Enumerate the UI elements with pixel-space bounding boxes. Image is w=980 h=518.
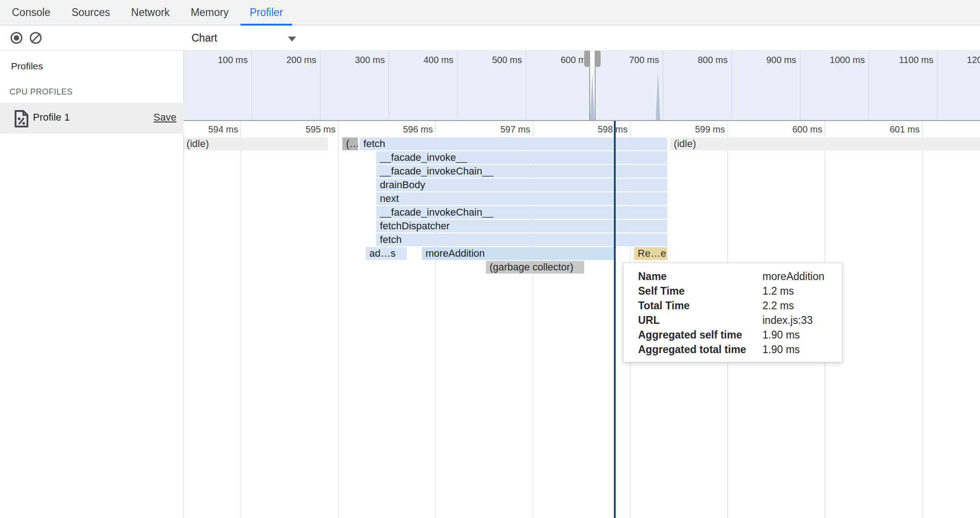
flame-tick-label: 594 ms <box>184 124 238 135</box>
record-icon <box>11 32 22 44</box>
tab-label: Memory <box>191 0 229 25</box>
overview-timeline[interactable]: 100 ms200 ms300 ms400 ms500 ms600 ms700 … <box>184 51 980 121</box>
overview-tick-label: 1200 ms <box>933 55 980 65</box>
overview-tick-label: 700 ms <box>591 55 659 65</box>
frame-label: fetch <box>363 137 667 150</box>
tooltip-row: URLindex.js:33 <box>623 313 842 328</box>
tab-sources[interactable]: Sources <box>62 0 119 25</box>
tab-label: Sources <box>71 0 110 25</box>
tab-label: Network <box>131 0 170 25</box>
flame-gridline <box>338 121 339 518</box>
tooltip-value: index.js:33 <box>762 313 813 328</box>
overview-tick-label: 1100 ms <box>865 55 933 65</box>
view-mode-label: Chart <box>192 32 217 44</box>
frame-label: moreAddition <box>426 247 615 260</box>
toolbar: Chart <box>0 26 980 51</box>
flame-frame[interactable]: (… <box>342 137 358 150</box>
tab-label: Profiler <box>250 0 283 25</box>
flame-gridline <box>240 121 241 518</box>
flame-tick-label: 597 ms <box>457 124 530 135</box>
tab-label: Console <box>12 0 50 25</box>
save-link[interactable]: Save <box>154 111 176 123</box>
cpu-profile-icon <box>13 110 30 130</box>
flame-frame[interactable]: (idle) <box>184 137 328 150</box>
tooltip-row: Total Time2.2 ms <box>623 298 842 313</box>
record-button[interactable] <box>6 26 27 50</box>
clear-profiles-button[interactable] <box>26 26 46 50</box>
view-mode-select[interactable]: Chart <box>184 26 304 50</box>
tooltip-row: NamemoreAddition <box>623 269 842 284</box>
flame-tick-label: 595 ms <box>262 124 336 135</box>
flame-frame[interactable]: moreAddition <box>422 247 615 260</box>
overview-tick-label: 800 ms <box>659 55 728 65</box>
overview-tick-label: 500 ms <box>453 55 522 65</box>
sidebar: Profiles CPU PROFILES Profile 1 Save <box>0 51 184 518</box>
flame-frame[interactable]: __facade_invokeChain__ <box>376 165 667 178</box>
profile-list-item[interactable]: Profile 1 Save <box>0 103 184 134</box>
flame-tick-label: 600 ms <box>749 124 822 135</box>
overview-tick-label: 1000 ms <box>796 55 865 65</box>
frame-label: drainBody <box>380 179 667 191</box>
tab-bar: ConsoleSourcesNetworkMemoryProfiler <box>0 0 980 26</box>
frame-label: next <box>380 192 667 205</box>
flame-frame[interactable]: ad…s <box>366 247 407 260</box>
flame-frame[interactable]: __facade_invokeChain__ <box>376 206 667 219</box>
frame-label: Re…e <box>638 247 667 260</box>
tooltip-label: Self Time <box>638 284 842 298</box>
overview-tick-label: 100 ms <box>184 55 248 65</box>
flame-frame[interactable]: fetchDispatcher <box>376 220 667 233</box>
flame-frame[interactable]: (idle) <box>670 137 980 150</box>
frame-label: (idle) <box>674 137 980 150</box>
tooltip-label: Aggregated total time <box>638 342 842 357</box>
tooltip-label: Aggregated self time <box>638 328 842 342</box>
cpu-profiles-heading: CPU PROFILES <box>10 87 73 97</box>
clear-icon <box>30 32 42 44</box>
flame-frame[interactable]: fetch <box>360 137 667 150</box>
flame-tick-label: 601 ms <box>847 124 920 135</box>
frame-label: fetch <box>380 233 667 246</box>
overview-tick-label: 200 ms <box>248 55 316 65</box>
profile-name: Profile 1 <box>33 111 70 123</box>
tooltip-value: moreAddition <box>762 269 825 284</box>
frame-label: (garbage collector) <box>490 261 584 274</box>
frame-label: fetchDispatcher <box>380 220 667 233</box>
flame-tick-label: 599 ms <box>652 124 725 135</box>
frame-label: (idle) <box>186 137 328 150</box>
cpu-activity-spike <box>656 72 660 120</box>
selection-handle-left[interactable] <box>584 51 590 67</box>
overview-tick-label: 600 ms <box>522 55 591 65</box>
overview-tick-label: 300 ms <box>316 55 385 65</box>
tooltip-row: Aggregated total time1.90 ms <box>623 342 842 357</box>
tab-memory[interactable]: Memory <box>181 0 238 25</box>
flame-frame[interactable]: Re…e <box>634 247 667 260</box>
flame-frame[interactable]: __facade_invoke__ <box>376 151 667 164</box>
tab-console[interactable]: Console <box>3 0 59 25</box>
dropdown-arrow-icon <box>288 37 296 42</box>
frame-label: __facade_invokeChain__ <box>380 206 667 219</box>
playhead-marker <box>614 121 616 518</box>
tooltip-value: 2.2 ms <box>762 298 794 313</box>
tooltip-label: Total Time <box>638 298 842 313</box>
frame-label: __facade_invoke__ <box>380 151 667 164</box>
frame-label: (… <box>346 137 358 150</box>
tab-profiler[interactable]: Profiler <box>240 0 292 25</box>
tooltip-value: 1.90 ms <box>762 328 800 342</box>
flame-frame[interactable]: (garbage collector) <box>486 261 584 274</box>
tooltip-row: Self Time1.2 ms <box>623 284 842 298</box>
tooltip-value: 1.90 ms <box>762 342 800 357</box>
frame-label: ad…s <box>369 247 407 260</box>
selection-handle-right[interactable] <box>595 51 601 67</box>
profiles-heading: Profiles <box>11 61 43 72</box>
flame-chart[interactable]: 594 ms595 ms596 ms597 ms598 ms599 ms600 … <box>184 121 980 518</box>
devtools-window: ConsoleSourcesNetworkMemoryProfiler Char… <box>0 0 980 518</box>
flame-frame[interactable]: drainBody <box>376 179 667 191</box>
tab-network[interactable]: Network <box>122 0 179 25</box>
flame-gridline <box>922 121 923 518</box>
frame-label: __facade_invokeChain__ <box>380 165 667 178</box>
flame-frame[interactable]: next <box>376 192 667 205</box>
flame-frame[interactable]: fetch <box>376 233 667 246</box>
flame-tick-label: 598 ms <box>554 124 628 135</box>
tooltip-row: Aggregated self time1.90 ms <box>623 328 842 342</box>
flame-tick-label: 596 ms <box>360 124 433 135</box>
tooltip: NamemoreAdditionSelf Time1.2 msTotal Tim… <box>623 263 842 362</box>
